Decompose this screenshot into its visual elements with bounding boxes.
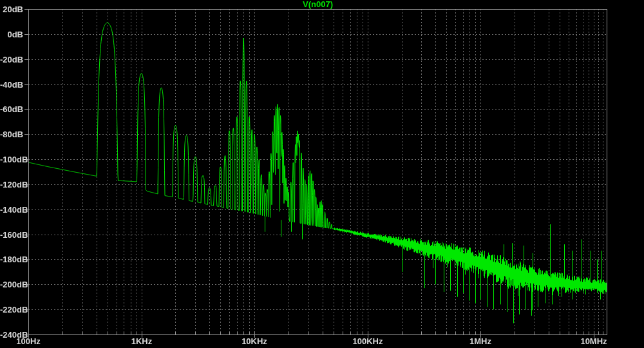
y-axis-tick-label: -80dB	[0, 130, 23, 139]
y-axis-tick-label: -40dB	[0, 80, 23, 90]
y-axis-tick-label: -180dB	[0, 255, 23, 264]
y-axis-tick-label: -60dB	[0, 104, 23, 114]
y-axis-tick-label: -100dB	[0, 155, 23, 164]
y-axis-tick-label: -140dB	[0, 205, 23, 215]
ltspice-fft-plot-window: V(n007) 20dB0dB-20dB-40dB-60dB-80dB-100d…	[0, 0, 644, 348]
y-axis-tick-label: -20dB	[0, 55, 23, 64]
y-axis-tick-label: -160dB	[0, 230, 23, 240]
fft-plot-canvas[interactable]	[0, 0, 644, 348]
x-axis-tick-label: 1MHz	[451, 336, 509, 346]
x-axis-tick-label: 10KHz	[225, 336, 283, 346]
x-axis-tick-label: 100KHz	[339, 336, 397, 346]
y-axis-tick-label: -120dB	[0, 180, 23, 189]
y-axis-tick-label: 0dB	[0, 30, 23, 39]
trace-label[interactable]: V(n007)	[28, 0, 607, 9]
y-axis-tick-label: 20dB	[0, 5, 23, 14]
y-axis-tick-label: -220dB	[0, 305, 23, 314]
x-axis-tick-label: 1KHz	[113, 336, 171, 346]
y-axis-tick-label: -200dB	[0, 280, 23, 289]
x-axis-tick-label: 10MHz	[565, 336, 623, 346]
x-axis-tick-label: 100Hz	[0, 336, 57, 346]
